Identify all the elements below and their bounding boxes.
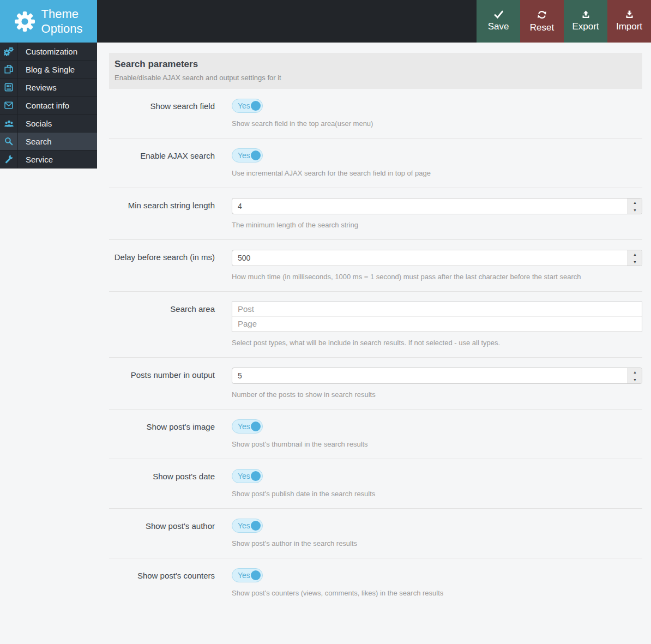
newspaper-icon	[0, 79, 18, 96]
setting-row-show-posts-author: Show post's author Yes Show post's autho…	[109, 509, 642, 558]
top-bar: Theme Options Save Reset	[0, 0, 651, 43]
sidebar-item-contact-info[interactable]: Contact info	[0, 97, 97, 115]
setting-help: Show post's publish date in the search r…	[232, 490, 642, 498]
toggle-knob	[251, 151, 261, 160]
toggle-state-label: Yes	[238, 151, 250, 160]
setting-row-delay-before-search: Delay before search (in ms) ▲ ▼ How much…	[109, 240, 642, 292]
toggle-knob	[251, 101, 261, 111]
show-search-field-toggle[interactable]: Yes	[232, 99, 263, 113]
setting-row-search-area: Search area Post Page Select post types,…	[109, 292, 642, 358]
download-icon	[625, 10, 634, 19]
spin-down-icon[interactable]: ▼	[628, 206, 642, 214]
section-subtitle: Enable/disable AJAX search and output se…	[114, 74, 637, 82]
setting-label: Search area	[109, 302, 215, 347]
setting-help: Use incremental AJAX search for the sear…	[232, 169, 642, 177]
sidebar: Customization Blog & Single Reviews	[0, 43, 97, 168]
spin-up-icon[interactable]: ▲	[628, 198, 642, 206]
upload-icon	[581, 10, 590, 19]
number-spinner: ▲ ▼	[628, 198, 642, 214]
sidebar-item-reviews[interactable]: Reviews	[0, 79, 97, 97]
refresh-icon	[537, 10, 547, 20]
setting-help: Number of the posts to show in search re…	[232, 390, 642, 399]
search-area-option-page[interactable]: Page	[232, 317, 642, 332]
spin-down-icon[interactable]: ▼	[628, 258, 642, 266]
topbar-actions: Save Reset Export	[477, 0, 651, 43]
sidebar-item-label: Customization	[18, 43, 77, 60]
toggle-knob	[251, 570, 261, 580]
setting-label: Enable AJAX search	[109, 148, 215, 177]
section-header: Search parameters Enable/disable AJAX se…	[109, 53, 642, 89]
setting-help: How much time (in milliseconds, 1000 ms …	[232, 273, 642, 281]
enable-ajax-search-toggle[interactable]: Yes	[232, 148, 263, 162]
spin-up-icon[interactable]: ▲	[628, 250, 642, 258]
sidebar-item-label: Reviews	[18, 79, 57, 96]
setting-help: The minimum length of the search string	[232, 221, 642, 229]
sidebar-item-customization[interactable]: Customization	[0, 43, 97, 61]
show-posts-date-toggle[interactable]: Yes	[232, 469, 263, 483]
sidebar-item-label: Blog & Single	[18, 61, 75, 78]
number-spinner: ▲ ▼	[628, 250, 642, 266]
sidebar-item-socials[interactable]: Socials	[0, 115, 97, 133]
toggle-knob	[251, 422, 261, 431]
setting-help: Show post's author in the search results	[232, 539, 642, 547]
setting-label: Min search string length	[109, 198, 215, 229]
section-title: Search parameters	[114, 59, 637, 70]
posts-number-input[interactable]	[232, 368, 642, 384]
setting-help: Show search field in the top area(user m…	[232, 119, 642, 128]
number-spinner: ▲ ▼	[628, 368, 642, 383]
show-posts-image-toggle[interactable]: Yes	[232, 419, 263, 434]
save-button-label: Save	[488, 21, 509, 32]
export-button[interactable]: Export	[564, 0, 607, 43]
toggle-state-label: Yes	[238, 101, 250, 110]
toggle-state-label: Yes	[238, 472, 250, 480]
min-search-length-input[interactable]	[232, 198, 642, 214]
gear-icon	[15, 11, 35, 32]
search-area-option-post[interactable]: Post	[232, 302, 642, 317]
setting-help: Select post types, what will be include …	[232, 339, 642, 347]
save-button[interactable]: Save	[477, 0, 520, 43]
setting-label: Show post's counters	[109, 568, 215, 597]
sidebar-item-label: Socials	[18, 115, 52, 132]
sidebar-item-service[interactable]: Service	[0, 151, 97, 168]
setting-help: Show post's counters (views, comments, l…	[232, 589, 642, 597]
setting-help: Show post's thumbnail in the search resu…	[232, 440, 642, 448]
sidebar-item-blog-single[interactable]: Blog & Single	[0, 61, 97, 79]
users-icon	[0, 115, 18, 132]
spin-down-icon[interactable]: ▼	[628, 376, 642, 383]
sidebar-item-label: Contact info	[18, 97, 69, 114]
setting-row-enable-ajax-search: Enable AJAX search Yes Use incremental A…	[109, 139, 642, 188]
spin-up-icon[interactable]: ▲	[628, 368, 642, 376]
delay-before-search-input[interactable]	[232, 250, 642, 266]
setting-row-show-posts-date: Show post's date Yes Show post's publish…	[109, 459, 642, 509]
main-content: Search parameters Enable/disable AJAX se…	[97, 43, 651, 607]
envelope-icon	[0, 97, 18, 114]
setting-row-show-search-field: Show search field Yes Show search field …	[109, 89, 642, 139]
cogs-icon	[0, 43, 18, 60]
copy-icon	[0, 61, 18, 78]
show-posts-counters-toggle[interactable]: Yes	[232, 568, 263, 582]
sidebar-item-search[interactable]: Search	[0, 133, 97, 151]
sidebar-item-label: Service	[18, 151, 53, 168]
setting-label: Posts number in output	[109, 368, 215, 399]
import-button[interactable]: Import	[607, 0, 651, 43]
setting-row-show-posts-counters: Show post's counters Yes Show post's cou…	[109, 558, 642, 607]
search-icon	[0, 133, 18, 150]
logo-title: Theme Options	[41, 7, 83, 36]
setting-row-posts-number-in-output: Posts number in output ▲ ▼ Number of the…	[109, 358, 642, 410]
setting-label: Show post's date	[109, 469, 215, 498]
setting-label: Show post's image	[109, 419, 215, 448]
show-posts-author-toggle[interactable]: Yes	[232, 519, 263, 533]
setting-label: Show post's author	[109, 519, 215, 547]
toggle-state-label: Yes	[238, 571, 250, 580]
search-area-listbox: Post Page	[232, 302, 642, 332]
setting-label: Show search field	[109, 99, 215, 128]
toggle-knob	[251, 521, 261, 531]
setting-row-min-search-string-length: Min search string length ▲ ▼ The minimum…	[109, 188, 642, 240]
theme-options-logo: Theme Options	[0, 0, 97, 43]
export-button-label: Export	[572, 21, 599, 32]
sidebar-item-label: Search	[18, 133, 52, 150]
setting-label: Delay before search (in ms)	[109, 250, 215, 281]
check-icon	[494, 10, 503, 19]
reset-button[interactable]: Reset	[520, 0, 564, 43]
setting-row-show-posts-image: Show post's image Yes Show post's thumbn…	[109, 410, 642, 459]
